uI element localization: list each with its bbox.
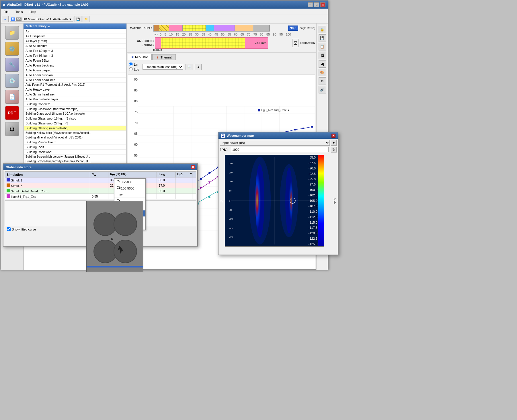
sidebar-icon-doc[interactable]: 📄 [5, 90, 19, 104]
f-input[interactable] [231, 147, 329, 152]
svg-text:R: R [111, 237, 113, 241]
chart-export-icon[interactable]: ⬇ [195, 64, 202, 70]
right-icon-palette[interactable]: 🎨 [319, 69, 326, 76]
list-item[interactable]: Building Glass-wool 18 kg.m-3 visco [24, 116, 126, 121]
chart-bar-icon[interactable]: 📊 [186, 64, 192, 70]
sidebar-icon-folder[interactable]: 📁 [5, 26, 19, 40]
show-fitted-checkbox[interactable] [7, 227, 11, 231]
list-item[interactable]: Building Hollow brick (Maysenholder, Act… [24, 131, 126, 135]
dialog-wavenumber-map: Ω Wavenumber map ✕ Input power (dB) ▼ f … [218, 132, 338, 255]
radio-lin[interactable] [129, 62, 133, 66]
material-header: Material library ▲ [24, 24, 126, 29]
maximize-button[interactable]: □ [314, 2, 319, 7]
list-item[interactable]: Air Dissipative [24, 34, 126, 39]
list-item[interactable]: Air layer (1mm) [24, 39, 126, 44]
sidebar-icon-tools[interactable]: ⚙️ [5, 42, 19, 56]
wavenumber-close[interactable]: ✕ [331, 134, 335, 138]
close-button[interactable]: ✕ [320, 2, 325, 7]
list-item[interactable]: Building Screen high porosity (Jaouen & … [24, 155, 126, 159]
right-icon-lock[interactable]: 🔒 [319, 26, 326, 33]
svg-text:50: 50 [229, 190, 231, 192]
svg-rect-20 [200, 178, 202, 180]
thermal-icon: 🌡 [156, 55, 159, 59]
list-item[interactable]: Auto Foam backrest [24, 63, 126, 68]
col-lnw: Lnw [157, 172, 175, 177]
sidebar-icon-wrench[interactable]: 🔧 [5, 58, 19, 72]
list-item[interactable]: Building PVB [24, 145, 126, 150]
col-dropdown[interactable]: ▼ [190, 172, 193, 175]
sidebar-icon-disc[interactable]: 💿 [5, 74, 19, 88]
db-selector[interactable]: M DB DB Main: DBref_v11_4FUG.adb ▼ [10, 17, 73, 22]
list-item[interactable]: Building Concrete [24, 102, 126, 107]
sim-color-3 [7, 189, 10, 192]
col-rw: Rw (C; Ctr) [108, 172, 157, 177]
list-item-glazing[interactable]: Building Glazing (visco-elastic) [24, 126, 126, 131]
svg-text:Lg3_NoStud_Calc ●: Lg3_NoStud_Calc ● [261, 108, 289, 112]
tab-thermal[interactable]: 🌡 Thermal [152, 54, 176, 60]
wn-dropdown[interactable]: Input power (dB) [220, 140, 330, 146]
table-row: Simul. 3 22.0 (0.0;-3.0) 97.0 [5, 183, 196, 188]
right-icon-arrow[interactable]: ◀ [319, 60, 326, 68]
list-item[interactable]: Auto Foam carpet [24, 68, 126, 73]
anechoic-label: ANECHOIC ENDING [129, 37, 154, 49]
list-item[interactable]: Auto Aluminium [24, 44, 126, 48]
wn-dropdown-arrow[interactable]: ▼ [331, 140, 337, 146]
right-icon-save[interactable]: 💾 [319, 34, 326, 42]
sidebar-icon-power[interactable]: ⏻ [5, 122, 19, 136]
list-item[interactable]: Auto Foam headliner [24, 78, 126, 83]
list-item[interactable]: Auto Visco-elastic layer [24, 97, 126, 102]
right-icon-speaker[interactable]: 🔊 [319, 86, 326, 93]
dd-item-ctr100[interactable]: Ctr100-5000 [114, 185, 145, 191]
sidebar-icon-pdf[interactable]: PDF [5, 106, 19, 120]
dialog-global-title: Global Indicators ✕ [3, 164, 197, 170]
tab-acoustic[interactable]: ≈ Acoustic [128, 54, 152, 60]
svg-text:200: 200 [229, 163, 233, 165]
list-item[interactable]: Building Glass-wool 27 kg.m-3 [24, 121, 126, 126]
list-item[interactable]: Air [24, 29, 126, 34]
col-scroll[interactable] [192, 172, 196, 177]
right-icon-clipboard[interactable]: 📋 [319, 43, 326, 50]
excitation-label: EXCITATION [300, 42, 315, 44]
chart-dropdown[interactable]: Transmission loss (dB) [143, 64, 183, 70]
menu-tools[interactable]: Tools [14, 9, 24, 14]
angle-max-value[interactable]: 90.0 [288, 26, 298, 31]
toolbar-save[interactable]: 💾 [75, 16, 81, 22]
svg-point-79 [114, 213, 137, 236]
toolbar-btn-1[interactable]: α [2, 16, 9, 22]
svg-point-80 [94, 240, 117, 263]
menu-help[interactable]: Help [28, 9, 37, 14]
list-item[interactable]: Building Glasswool (thermal example) [24, 107, 126, 112]
minimize-button[interactable]: ─ [308, 2, 313, 7]
svg-text:150: 150 [229, 172, 233, 174]
list-item[interactable]: Auto Foam 55kg [24, 58, 126, 63]
list-item[interactable]: Auto Foam cushion [24, 73, 126, 78]
list-item[interactable]: Building Mineral wool (Villot et al., JS… [24, 135, 126, 140]
list-item[interactable]: Auto Foam R1 (Perrot et al. J. Appl. Phy… [24, 83, 126, 87]
list-item[interactable]: Building Rock wool [24, 150, 126, 155]
list-item[interactable]: Auto Felt 93 kg.m-3 [24, 53, 126, 58]
ky-label: ky [221, 200, 223, 203]
dd-item-lnw[interactable]: Lnw [114, 191, 145, 198]
list-item[interactable]: Auto Scrim headliner [24, 92, 126, 97]
material-shelf: MATERIAL SHELF 90.0 Angle Max (°) [127, 24, 316, 53]
refresh-icon[interactable]: ↻ [331, 147, 337, 153]
right-icon-image[interactable]: 🖼 [319, 52, 326, 59]
radio-group: Lin Log [128, 61, 140, 72]
right-icon-gear[interactable]: ⚙ [319, 77, 326, 85]
svg-point-78 [94, 213, 117, 236]
svg-text:0: 0 [229, 200, 230, 202]
menu-file[interactable]: File [2, 9, 10, 14]
list-item[interactable]: Building Plaster board [24, 140, 126, 145]
pattern-icon: ⊠ [292, 39, 299, 47]
list-item[interactable]: Auto Heavy Layer [24, 87, 126, 92]
col-cia: CIΔ ▼ [175, 172, 192, 177]
db-dropdown-icon[interactable]: ▼ [69, 17, 72, 21]
dd-item-c100[interactable]: C100-5000 [114, 179, 145, 185]
radio-log[interactable] [129, 67, 133, 71]
toolbar-open[interactable]: 📁 [83, 16, 89, 22]
list-item[interactable]: Building Screen low porosity (Jaouen & B… [24, 159, 126, 164]
global-indicators-close[interactable]: ✕ [191, 165, 195, 169]
svg-rect-33 [311, 126, 313, 128]
list-item[interactable]: Auto Felt 62 kg.m-3 [24, 48, 126, 53]
list-item[interactable]: Building Glass-wool 18 kg.m-3 JCA orthot… [24, 112, 126, 116]
